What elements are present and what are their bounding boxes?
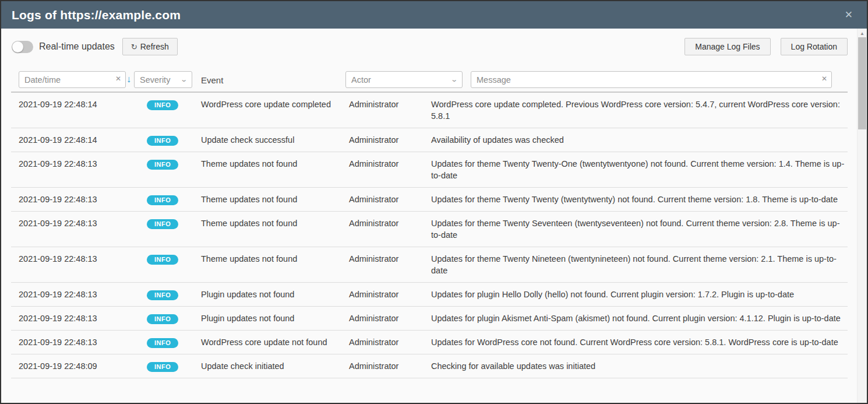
log-actor: Administrator	[349, 360, 431, 372]
log-datetime: 2021-09-19 22:48:13	[19, 312, 147, 324]
vertical-scrollbar[interactable]: ▲	[857, 29, 867, 403]
log-actor: Administrator	[349, 134, 431, 146]
log-datetime: 2021-09-19 22:48:13	[19, 253, 147, 265]
close-icon[interactable]: ✕	[841, 8, 856, 22]
table-row[interactable]: 2021-09-19 22:48:13 INFO Theme updates n…	[11, 247, 848, 283]
table-row[interactable]: 2021-09-19 22:48:13 INFO Theme updates n…	[11, 152, 848, 188]
log-event: Theme updates not found	[201, 253, 349, 265]
severity-badge: INFO	[147, 255, 178, 265]
logs-dialog: Logs of https://example.com ✕ Real-time …	[0, 0, 868, 404]
scroll-up-icon[interactable]: ▲	[858, 31, 867, 36]
log-datetime: 2021-09-19 22:48:13	[19, 158, 147, 170]
log-datetime: 2021-09-19 22:48:14	[19, 134, 147, 146]
log-message: WordPress core update completed. Previou…	[431, 99, 848, 122]
log-severity-cell: INFO	[147, 217, 201, 229]
table-row[interactable]: 2021-09-19 22:48:13 INFO Theme updates n…	[11, 188, 848, 212]
log-message: Updates for WordPress core not found. Cu…	[431, 336, 848, 348]
manage-log-files-button[interactable]: Manage Log Files	[684, 38, 770, 55]
log-severity-cell: INFO	[147, 312, 201, 324]
log-actor: Administrator	[349, 194, 431, 205]
log-actor: Administrator	[349, 158, 431, 170]
table-row[interactable]: 2021-09-19 22:48:13 INFO WordPress core …	[11, 331, 848, 354]
log-datetime: 2021-09-19 22:48:09	[19, 360, 147, 372]
log-actor: Administrator	[349, 253, 431, 265]
chevron-down-icon: ⌄	[450, 76, 458, 83]
datetime-filter: ✕	[19, 71, 126, 88]
log-actor: Administrator	[349, 99, 431, 110]
log-severity-cell: INFO	[147, 194, 201, 205]
table-row[interactable]: 2021-09-19 22:48:13 INFO Plugin updates …	[11, 307, 848, 331]
log-event: Plugin updates not found	[201, 312, 349, 324]
table-row[interactable]: 2021-09-19 22:48:09 INFO Update check in…	[11, 354, 848, 378]
table-row[interactable]: 2021-09-19 22:48:14 INFO WordPress core …	[11, 93, 848, 128]
dialog-title: Logs of https://example.com	[12, 8, 181, 22]
table-row[interactable]: 2021-09-19 22:48:13 INFO Theme updates n…	[11, 212, 848, 247]
log-actor: Administrator	[349, 312, 431, 324]
severity-badge: INFO	[147, 100, 178, 110]
table-row[interactable]: 2021-09-19 22:48:14 INFO Update check su…	[11, 128, 848, 152]
log-event: Plugin updates not found	[201, 289, 349, 300]
severity-badge: INFO	[147, 160, 178, 170]
log-severity-cell: INFO	[147, 99, 201, 110]
refresh-icon: ↻	[131, 43, 137, 51]
toolbar-right: Manage Log Files Log Rotation	[684, 38, 848, 55]
refresh-label: Refresh	[140, 42, 169, 51]
event-column-header: Event	[201, 75, 223, 85]
message-filter: ✕	[471, 71, 832, 88]
log-message: Updates for plugin Akismet Anti-Spam (ak…	[431, 312, 848, 324]
log-datetime: 2021-09-19 22:48:13	[19, 289, 147, 300]
table-row[interactable]: 2021-09-19 22:48:13 INFO Plugin updates …	[11, 283, 848, 307]
refresh-button[interactable]: ↻Refresh	[122, 38, 178, 55]
severity-badge: INFO	[147, 362, 178, 372]
log-event: Update check successful	[201, 134, 349, 146]
log-rotation-button[interactable]: Log Rotation	[781, 38, 848, 55]
severity-badge: INFO	[147, 314, 178, 324]
log-message: Updates for theme Twenty Seventeen (twen…	[431, 217, 848, 241]
log-message: Availability of updates was checked	[431, 134, 848, 146]
log-severity-cell: INFO	[147, 158, 201, 170]
log-severity-cell: INFO	[147, 253, 201, 265]
filter-row: ✕ ↓ Severity ⌄ Event Actor ⌄ ✕	[1, 71, 867, 89]
actor-filter-label: Actor	[351, 75, 371, 85]
sort-descending-icon[interactable]: ↓	[126, 74, 131, 85]
message-filter-input[interactable]	[471, 71, 832, 88]
toggle-knob	[12, 41, 23, 52]
severity-badge: INFO	[147, 136, 178, 146]
severity-badge: INFO	[147, 338, 178, 348]
titlebar: Logs of https://example.com ✕	[1, 1, 867, 29]
log-datetime: 2021-09-19 22:48:13	[19, 336, 147, 348]
log-table-body: 2021-09-19 22:48:14 INFO WordPress core …	[11, 93, 848, 378]
actor-filter: Actor ⌄	[345, 71, 463, 88]
log-actor: Administrator	[349, 217, 431, 229]
datetime-clear-icon[interactable]: ✕	[115, 75, 121, 82]
log-datetime: 2021-09-19 22:48:13	[19, 217, 147, 229]
chevron-down-icon: ⌄	[180, 76, 188, 83]
log-message: Checking for available updates was initi…	[431, 360, 848, 372]
severity-filter: Severity ⌄	[134, 71, 192, 88]
log-datetime: 2021-09-19 22:48:13	[19, 194, 147, 205]
severity-badge: INFO	[147, 195, 178, 205]
log-severity-cell: INFO	[147, 336, 201, 348]
severity-filter-select[interactable]: Severity ⌄	[134, 71, 192, 88]
datetime-filter-input[interactable]	[19, 71, 126, 88]
realtime-updates-toggle[interactable]	[12, 41, 33, 53]
severity-badge: INFO	[147, 219, 178, 229]
realtime-updates-label: Real-time updates	[39, 41, 115, 52]
log-message: Updates for plugin Hello Dolly (hello) n…	[431, 289, 848, 300]
log-event: WordPress core update completed	[201, 99, 349, 110]
log-severity-cell: INFO	[147, 360, 201, 372]
log-event: Theme updates not found	[201, 217, 349, 229]
log-message: Updates for theme Twenty Nineteen (twent…	[431, 253, 848, 276]
scrollbar-thumb[interactable]	[858, 37, 866, 129]
log-severity-cell: INFO	[147, 289, 201, 300]
log-event: Theme updates not found	[201, 158, 349, 170]
log-datetime: 2021-09-19 22:48:14	[19, 99, 147, 110]
toolbar: Real-time updates ↻Refresh Manage Log Fi…	[12, 37, 848, 56]
log-event: WordPress core update not found	[201, 336, 349, 348]
log-severity-cell: INFO	[147, 134, 201, 146]
severity-badge: INFO	[147, 290, 178, 300]
actor-filter-select[interactable]: Actor ⌄	[345, 71, 463, 88]
log-actor: Administrator	[349, 289, 431, 300]
log-actor: Administrator	[349, 336, 431, 348]
message-clear-icon[interactable]: ✕	[821, 75, 827, 82]
